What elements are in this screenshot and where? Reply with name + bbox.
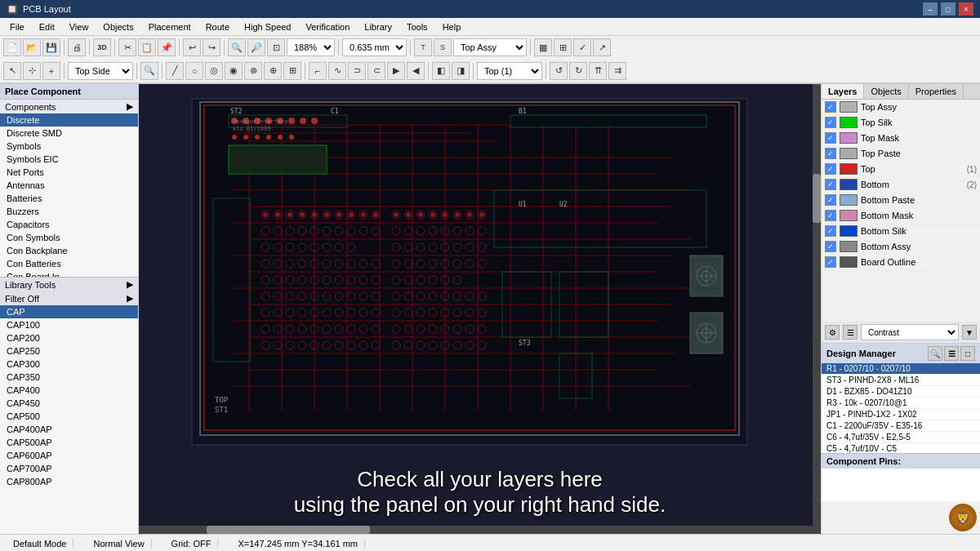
canvas-area[interactable]: ST2 C1 B1 U1 U2 ST3 TOP ST1 HexagonInter… — [139, 84, 821, 534]
inspect-btn[interactable]: 🔍 — [140, 62, 158, 80]
list-item-capacitors[interactable]: Capacitors — [0, 218, 138, 231]
menu-placement[interactable]: Placement — [142, 20, 198, 33]
layer-check-bottom-silk[interactable]: ✓ — [825, 225, 836, 237]
dm-item-r1[interactable]: R1 - 0207/10 - 0207/10 — [822, 363, 980, 375]
list-item-batteries[interactable]: Batteries — [0, 192, 138, 205]
canvas-vscroll[interactable] — [813, 84, 821, 534]
tab-objects[interactable]: Objects — [864, 84, 908, 99]
layer-row-top-mask[interactable]: ✓ Top Mask — [822, 131, 980, 146]
route-c[interactable]: ⊃ — [348, 62, 366, 80]
layer-row-top-paste[interactable]: ✓ Top Paste — [822, 146, 980, 162]
filter-section[interactable]: Filter Off ▶ — [0, 291, 138, 305]
new-button[interactable]: 📄 — [3, 38, 21, 56]
export-btn[interactable]: ↗ — [593, 38, 611, 56]
menu-file[interactable]: File — [3, 20, 31, 33]
list-item-conboardin[interactable]: Con Board In — [0, 270, 138, 277]
tool-c[interactable]: ◎ — [205, 62, 223, 80]
layer-row-top[interactable]: ✓ Top (1) — [822, 162, 980, 177]
select-btn[interactable]: ↖ — [3, 62, 21, 80]
tool-f[interactable]: ⊕ — [264, 62, 282, 80]
cap-item-100[interactable]: CAP100 — [0, 318, 138, 331]
dm-item-c5[interactable]: C5 - 4,7uf/10V - C5 — [822, 443, 980, 453]
menu-verification[interactable]: Verification — [300, 20, 357, 33]
netlist-btn[interactable]: ⊞ — [554, 38, 572, 56]
view-a[interactable]: ↺ — [550, 62, 568, 80]
cap-item-450[interactable]: CAP450 — [0, 397, 138, 410]
net-dropdown[interactable]: Top (1) — [477, 62, 542, 80]
grid-dropdown[interactable]: 0.635 mm — [342, 38, 407, 56]
zoom-dropdown[interactable]: 188% — [287, 38, 335, 56]
layer-view-icon[interactable]: ☰ — [843, 325, 858, 340]
contrast-dropdown[interactable]: Contrast — [861, 324, 959, 340]
select2-btn[interactable]: ⊹ — [23, 62, 41, 80]
list-item-netports[interactable]: Net Ports — [0, 166, 138, 179]
tool-g[interactable]: ⊞ — [283, 62, 301, 80]
dm-item-r3[interactable]: R3 - 10k - 0207/10@1 — [822, 398, 980, 409]
cap-item-200[interactable]: CAP200 — [0, 331, 138, 344]
comp-a[interactable]: ◧ — [432, 62, 450, 80]
layer-check-top[interactable]: ✓ — [825, 163, 836, 175]
menu-route[interactable]: Route — [199, 20, 236, 33]
maximize-button[interactable]: □ — [941, 2, 956, 16]
cap-item-800ap[interactable]: CAP800AP — [0, 475, 138, 488]
layer-row-top-silk[interactable]: ✓ Top Silk — [822, 115, 980, 131]
menu-tools[interactable]: Tools — [400, 20, 434, 33]
layer-row-bottom-mask[interactable]: ✓ Bottom Mask — [822, 208, 980, 224]
zoom-out-button[interactable]: 🔎 — [247, 38, 265, 56]
route-e[interactable]: ▶ — [387, 62, 405, 80]
window-controls[interactable]: – □ × — [923, 2, 973, 16]
dm-item-st3[interactable]: ST3 - PINHD-2X8 - ML16 — [822, 375, 980, 386]
zoom-in-button[interactable]: 🔍 — [228, 38, 246, 56]
dm-icon3[interactable]: □ — [960, 346, 975, 361]
layer-row-top-assy[interactable]: ✓ Top Assy — [822, 100, 980, 115]
list-item-symbolseic[interactable]: Symbols EIC — [0, 153, 138, 166]
layer-settings-icon[interactable]: ⚙ — [825, 325, 840, 340]
route-d[interactable]: ⊂ — [368, 62, 385, 80]
string-button[interactable]: S — [434, 38, 452, 56]
tool-b[interactable]: ○ — [185, 62, 203, 80]
tool-d[interactable]: ◉ — [225, 62, 243, 80]
contrast-menu-icon[interactable]: ▼ — [962, 325, 977, 340]
list-item-buzzers[interactable]: Buzzers — [0, 205, 138, 218]
menu-library[interactable]: Library — [358, 20, 399, 33]
cap-item-500[interactable]: CAP500 — [0, 410, 138, 423]
menu-help[interactable]: Help — [436, 20, 468, 33]
layer-check-top-silk[interactable]: ✓ — [825, 117, 836, 128]
redo-button[interactable]: ↪ — [203, 38, 220, 56]
cap-item-250[interactable]: CAP250 — [0, 344, 138, 358]
cap-item-cap[interactable]: CAP — [0, 305, 138, 318]
dm-item-c1[interactable]: C1 - 2200uF/35V - E35-16 — [822, 420, 980, 432]
layer-row-board-outline[interactable]: ✓ Board Outline — [822, 255, 980, 270]
dm-item-d1[interactable]: D1 - BZX85 - DO41Z10 — [822, 386, 980, 398]
tool-a[interactable]: ╱ — [166, 62, 184, 80]
list-item-conbatteries[interactable]: Con Batteries — [0, 257, 138, 270]
minimize-button[interactable]: – — [923, 2, 938, 16]
drc-btn[interactable]: ✓ — [573, 38, 591, 56]
list-item-discrete[interactable]: Discrete — [0, 113, 138, 127]
layer-row-bottom-paste[interactable]: ✓ Bottom Paste — [822, 193, 980, 208]
layer-check-bottom-assy[interactable]: ✓ — [825, 241, 836, 252]
layer-row-bottom-assy[interactable]: ✓ Bottom Assy — [822, 239, 980, 255]
list-item-discretesmd[interactable]: Discrete SMD — [0, 127, 138, 140]
side-dropdown[interactable]: Top Side — [68, 62, 133, 80]
layer-dropdown[interactable]: Top Assy — [453, 38, 527, 56]
close-button[interactable]: × — [959, 2, 973, 16]
open-button[interactable]: 📂 — [23, 38, 41, 56]
save-button[interactable]: 💾 — [42, 38, 60, 56]
list-item-symbols[interactable]: Symbols — [0, 140, 138, 153]
text-button[interactable]: T — [414, 38, 432, 56]
layer-check-bottom-mask[interactable]: ✓ — [825, 210, 836, 221]
cap-item-400ap[interactable]: CAP400AP — [0, 423, 138, 436]
cap-item-400[interactable]: CAP400 — [0, 384, 138, 397]
3d-button[interactable]: 3D — [93, 38, 111, 56]
layer-check-top-assy[interactable]: ✓ — [825, 101, 836, 113]
layer-row-bottom[interactable]: ✓ Bottom (2) — [822, 177, 980, 193]
canvas-hscroll[interactable] — [139, 526, 813, 534]
cap-item-300[interactable]: CAP300 — [0, 358, 138, 371]
list-item-antennas[interactable]: Antennas — [0, 179, 138, 192]
view-d[interactable]: ⇉ — [608, 62, 626, 80]
list-item-consymbols[interactable]: Con Symbols — [0, 231, 138, 244]
cap-item-500ap[interactable]: CAP500AP — [0, 436, 138, 449]
tool-e[interactable]: ⊗ — [244, 62, 262, 80]
library-tools-section[interactable]: Library Tools ▶ — [0, 277, 138, 291]
